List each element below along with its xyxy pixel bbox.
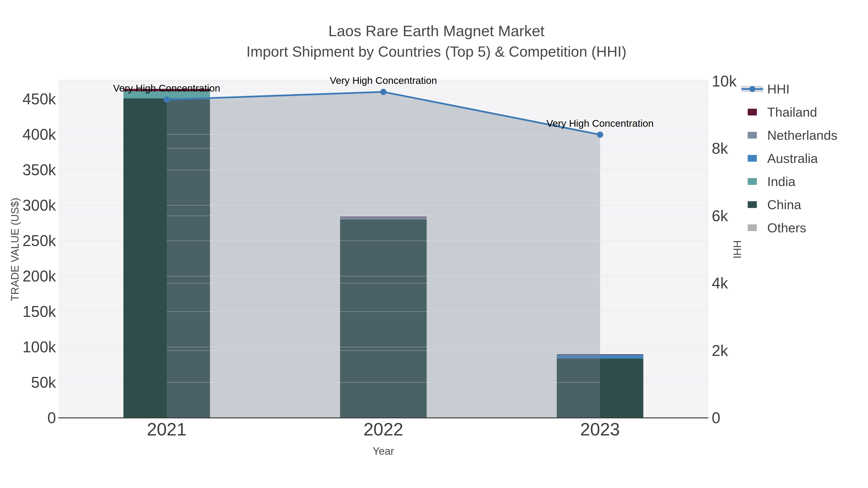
legend-item-thailand[interactable]: Thailand xyxy=(741,100,837,124)
legend-swatch xyxy=(748,155,757,162)
legend-label: Netherlands xyxy=(767,128,837,143)
hhi-area-fill xyxy=(166,92,600,418)
annotation-2021: Very High Concentration xyxy=(113,83,220,94)
right-axis-tick-label: 2k xyxy=(712,342,728,360)
legend-swatch xyxy=(748,201,757,208)
legend-color-swatch xyxy=(741,193,763,216)
hhi-marker-2022[interactable] xyxy=(380,89,386,95)
chart-subtitle: Import Shipment by Countries (Top 5) & C… xyxy=(246,43,626,60)
legend-swatch xyxy=(748,178,757,185)
legend-marker-dot xyxy=(749,86,755,92)
left-axis-tick-label: 150k xyxy=(23,303,56,321)
legend-item-australia[interactable]: Australia xyxy=(741,147,837,170)
right-y-axis-title: HHI xyxy=(731,240,743,259)
chart-canvas: Laos Rare Earth Magnet Market Import Shi… xyxy=(0,0,868,488)
legend-item-hhi[interactable]: HHI xyxy=(741,77,837,100)
left-y-axis-title: TRADE VALUE (US$) xyxy=(9,198,21,301)
left-axis-tick-label: 350k xyxy=(23,161,56,179)
legend-item-india[interactable]: India xyxy=(741,170,837,193)
legend-color-swatch xyxy=(741,170,763,193)
legend-item-netherlands[interactable]: Netherlands xyxy=(741,124,837,147)
x-axis-tick-label: 2022 xyxy=(364,419,403,440)
legend-label: Australia xyxy=(767,151,818,166)
right-axis-tick-label: 0 xyxy=(712,409,720,427)
legend-color-swatch xyxy=(741,124,763,147)
legend-label: China xyxy=(767,197,801,212)
x-axis-line xyxy=(58,417,708,418)
legend-swatch xyxy=(748,224,757,231)
hhi-marker-2021[interactable] xyxy=(163,96,170,103)
legend-label: India xyxy=(767,174,796,189)
x-axis-tick-label: 2021 xyxy=(147,419,187,440)
right-axis-tick-label: 6k xyxy=(712,207,728,225)
legend-label: HHI xyxy=(767,82,789,96)
left-axis-tick-label: 100k xyxy=(23,338,56,356)
hhi-marker-2023[interactable] xyxy=(597,132,603,138)
chart-title: Laos Rare Earth Magnet Market xyxy=(329,22,545,39)
x-axis-tick-label: 2023 xyxy=(580,419,620,440)
left-axis-tick-label: 300k xyxy=(23,196,56,214)
legend-item-others[interactable]: Others xyxy=(741,216,837,239)
legend-swatch xyxy=(748,132,757,138)
annotation-2022: Very High Concentration xyxy=(330,75,437,86)
left-axis-tick-label: 0 xyxy=(47,409,56,427)
legend-color-swatch xyxy=(741,216,763,239)
left-axis-tick-label: 50k xyxy=(31,373,56,391)
x-axis-title: Year xyxy=(373,445,394,457)
left-axis-tick-label: 250k xyxy=(23,232,56,250)
legend-color-swatch xyxy=(741,147,763,170)
right-axis-tick-label: 4k xyxy=(712,274,728,292)
left-axis-tick-label: 450k xyxy=(23,90,56,108)
annotation-2023: Very High Concentration xyxy=(546,118,653,129)
left-axis-tick-label: 400k xyxy=(23,126,56,143)
right-axis-tick-label: 8k xyxy=(712,139,728,157)
legend-color-swatch xyxy=(741,100,763,124)
legend-item-china[interactable]: China xyxy=(741,193,837,216)
legend: HHIThailandNetherlandsAustraliaIndiaChin… xyxy=(741,77,837,239)
legend-label: Others xyxy=(767,220,806,235)
legend-label: Thailand xyxy=(767,105,817,120)
right-axis-tick-label: 10k xyxy=(712,72,737,90)
legend-swatch xyxy=(748,109,757,116)
left-axis-tick-label: 200k xyxy=(23,267,56,285)
legend-line-sample xyxy=(741,77,763,100)
